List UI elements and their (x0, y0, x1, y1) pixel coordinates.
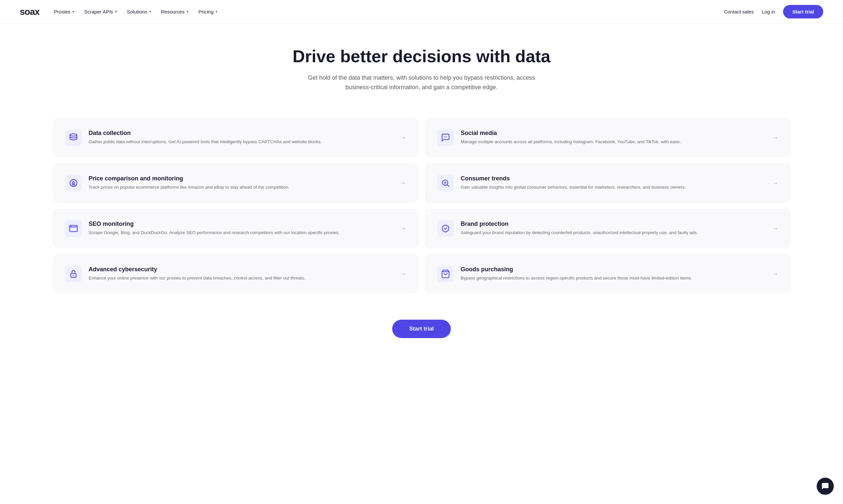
chevron-down-icon: ▼ (186, 10, 189, 14)
card-title-brand-protection: Brand protection (461, 220, 763, 228)
chat-icon (437, 129, 454, 146)
cards-grid: Data collection Gather public data witho… (53, 118, 790, 293)
card-arrow-consumer-trends: → (772, 180, 778, 187)
nav-item-scraper-apis[interactable]: Scraper APIs▼ (80, 6, 122, 17)
card-arrow-brand-protection: → (772, 225, 778, 232)
card-content-goods-purchasing: Goods purchasing Bypass geographical res… (461, 266, 763, 282)
navbar: soax Proxies▼Scraper APIs▼Solutions▼Reso… (0, 0, 843, 24)
svg-point-7 (71, 226, 71, 227)
nav-left: soax Proxies▼Scraper APIs▼Solutions▼Reso… (20, 6, 222, 17)
nav-label-pricing: Pricing (198, 9, 213, 15)
dollar-circle-icon (65, 175, 82, 192)
svg-rect-6 (70, 226, 77, 232)
shopping-bag-icon (437, 265, 454, 283)
nav-right: Contact sales Log in Start trial (724, 5, 823, 18)
card-goods-purchasing[interactable]: Goods purchasing Bypass geographical res… (425, 254, 790, 293)
card-desc-brand-protection: Safeguard your brand reputation by detec… (461, 230, 763, 236)
card-title-price-comparison: Price comparison and monitoring (89, 175, 391, 182)
card-desc-advanced-cybersecurity: Enhance your online presence with our pr… (89, 275, 391, 282)
chart-search-icon (437, 175, 454, 192)
cards-section: Data collection Gather public data witho… (0, 105, 843, 313)
card-content-seo-monitoring: SEO monitoring Scrape Google, Bing, and … (89, 220, 391, 236)
svg-point-3 (446, 137, 447, 137)
login-button[interactable]: Log in (762, 9, 775, 15)
contact-sales-link[interactable]: Contact sales (724, 9, 754, 15)
nav-item-solutions[interactable]: Solutions▼ (123, 6, 156, 17)
card-social-media[interactable]: Social media Manage multiple accounts ac… (425, 118, 790, 157)
nav-item-pricing[interactable]: Pricing▼ (194, 6, 222, 17)
chevron-down-icon: ▼ (148, 10, 152, 14)
card-arrow-seo-monitoring: → (400, 225, 406, 232)
svg-point-2 (445, 137, 446, 137)
database-icon (65, 129, 82, 146)
svg-point-9 (73, 275, 74, 276)
start-trial-button-bottom[interactable]: Start trial (392, 320, 451, 338)
card-seo-monitoring[interactable]: SEO monitoring Scrape Google, Bing, and … (53, 209, 418, 248)
svg-point-5 (443, 180, 448, 185)
logo[interactable]: soax (20, 6, 39, 17)
nav-item-resources[interactable]: Resources▼ (157, 6, 193, 17)
card-brand-protection[interactable]: Brand protection Safeguard your brand re… (425, 209, 790, 248)
card-content-consumer-trends: Consumer trends Gain valuable insights i… (461, 175, 763, 191)
card-desc-seo-monitoring: Scrape Google, Bing, and DuckDuckGo. Ana… (89, 230, 391, 236)
card-arrow-advanced-cybersecurity: → (400, 271, 406, 277)
card-content-data-collection: Data collection Gather public data witho… (89, 130, 391, 145)
nav-label-scraper-apis: Scraper APIs (84, 9, 113, 15)
card-desc-social-media: Manage multiple accounts across all plat… (461, 139, 763, 145)
card-arrow-goods-purchasing: → (772, 271, 778, 277)
card-arrow-social-media: → (772, 134, 778, 141)
bottom-cta: Start trial (0, 313, 843, 358)
card-data-collection[interactable]: Data collection Gather public data witho… (53, 118, 418, 157)
card-content-advanced-cybersecurity: Advanced cybersecurity Enhance your onli… (89, 266, 391, 282)
nav-label-solutions: Solutions (127, 9, 147, 15)
hero-section: Drive better decisions with data Get hol… (0, 24, 843, 105)
card-desc-consumer-trends: Gain valuable insights into global consu… (461, 184, 763, 191)
card-content-social-media: Social media Manage multiple accounts ac… (461, 130, 763, 145)
nav-item-proxies[interactable]: Proxies▼ (50, 6, 79, 17)
chevron-down-icon: ▼ (215, 10, 218, 14)
shield-icon (437, 220, 454, 237)
browser-icon (65, 220, 82, 237)
chevron-down-icon: ▼ (114, 10, 118, 14)
chat-button[interactable] (817, 478, 834, 495)
card-desc-data-collection: Gather public data without interruptions… (89, 139, 391, 145)
nav-label-resources: Resources (161, 9, 185, 15)
card-consumer-trends[interactable]: Consumer trends Gain valuable insights i… (425, 164, 790, 202)
chevron-down-icon: ▼ (72, 10, 75, 14)
card-price-comparison[interactable]: Price comparison and monitoring Track pr… (53, 164, 418, 202)
card-desc-goods-purchasing: Bypass geographical restrictions to acce… (461, 275, 763, 282)
card-title-social-media: Social media (461, 130, 763, 137)
card-title-advanced-cybersecurity: Advanced cybersecurity (89, 266, 391, 273)
card-arrow-data-collection: → (400, 134, 406, 141)
card-desc-price-comparison: Track prices on popular ecommerce platfo… (89, 184, 391, 191)
nav-label-proxies: Proxies (54, 9, 70, 15)
card-content-brand-protection: Brand protection Safeguard your brand re… (461, 220, 763, 236)
card-arrow-price-comparison: → (400, 180, 406, 187)
card-content-price-comparison: Price comparison and monitoring Track pr… (89, 175, 391, 191)
hero-title: Drive better decisions with data (13, 47, 830, 67)
nav-links: Proxies▼Scraper APIs▼Solutions▼Resources… (50, 6, 222, 17)
card-title-data-collection: Data collection (89, 130, 391, 137)
card-title-goods-purchasing: Goods purchasing (461, 266, 763, 273)
card-title-seo-monitoring: SEO monitoring (89, 220, 391, 228)
svg-point-1 (444, 137, 445, 137)
start-trial-button-nav[interactable]: Start trial (783, 5, 823, 18)
card-title-consumer-trends: Consumer trends (461, 175, 763, 182)
svg-point-0 (70, 134, 77, 136)
lock-icon (65, 265, 82, 283)
card-advanced-cybersecurity[interactable]: Advanced cybersecurity Enhance your onli… (53, 254, 418, 293)
hero-subtitle: Get hold of the data that matters, with … (306, 73, 537, 92)
